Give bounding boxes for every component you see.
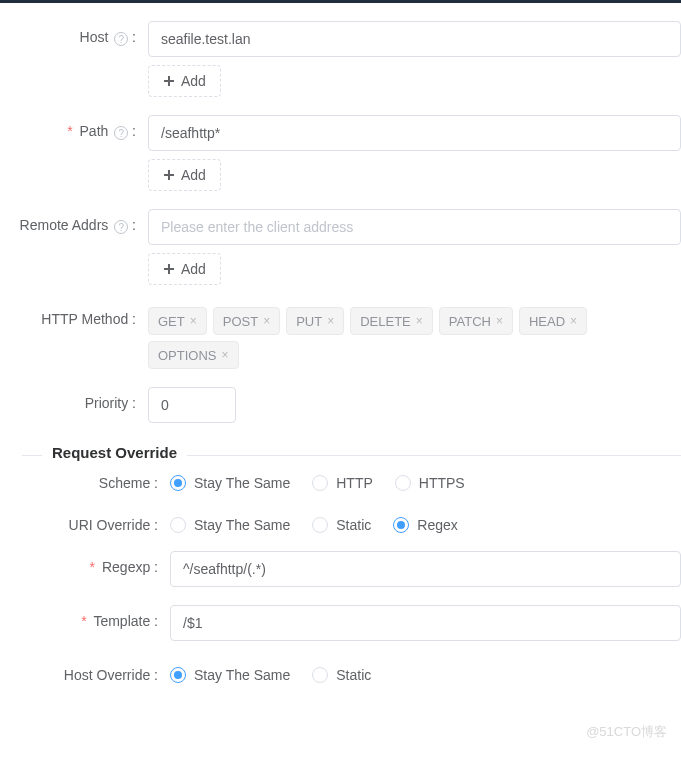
label-text: Scheme: [99, 475, 150, 491]
tag-patch[interactable]: PATCH×: [439, 307, 513, 335]
add-label: Add: [181, 261, 206, 277]
label-regexp: * Regexp :: [22, 551, 170, 575]
label-host-override: Host Override :: [22, 659, 170, 683]
row-priority: Priority :: [0, 387, 681, 423]
label-host: Host ? :: [0, 21, 148, 46]
help-icon[interactable]: ?: [114, 220, 128, 234]
close-icon[interactable]: ×: [222, 348, 229, 362]
control-remote-addrs: Add: [148, 209, 681, 285]
row-host-override: Host Override : Stay The Same Static: [22, 659, 681, 683]
tag-label: PATCH: [449, 314, 491, 329]
row-template: * Template :: [22, 605, 681, 641]
add-label: Add: [181, 167, 206, 183]
tag-get[interactable]: GET×: [148, 307, 207, 335]
tag-label: POST: [223, 314, 258, 329]
tag-label: DELETE: [360, 314, 411, 329]
label-text: Path: [80, 123, 109, 139]
scheme-radio-group: Stay The Same HTTP HTTPS: [170, 467, 681, 491]
label-text: Host: [80, 29, 109, 45]
label-uri-override: URI Override :: [22, 509, 170, 533]
tag-delete[interactable]: DELETE×: [350, 307, 433, 335]
required-mark: *: [67, 123, 72, 139]
add-path-button[interactable]: Add: [148, 159, 221, 191]
plus-icon: [163, 169, 175, 181]
control-priority: [148, 387, 681, 423]
label-path: * Path ? :: [0, 115, 148, 140]
add-remote-addrs-button[interactable]: Add: [148, 253, 221, 285]
required-mark: *: [90, 559, 95, 575]
http-method-tags: GET× POST× PUT× DELETE× PATCH× HEAD× OPT…: [148, 303, 681, 369]
close-icon[interactable]: ×: [327, 314, 334, 328]
radio-uri-same[interactable]: Stay The Same: [170, 517, 290, 533]
label-text: Regexp: [102, 559, 150, 575]
control-regexp: [170, 551, 681, 587]
radio-label: HTTPS: [419, 475, 465, 491]
control-http-method: GET× POST× PUT× DELETE× PATCH× HEAD× OPT…: [148, 303, 681, 369]
radio-label: Static: [336, 667, 371, 683]
radio-label: Static: [336, 517, 371, 533]
label-text: Template: [93, 613, 150, 629]
add-host-button[interactable]: Add: [148, 65, 221, 97]
tag-options[interactable]: OPTIONS×: [148, 341, 239, 369]
host-override-radio-group: Stay The Same Static: [170, 659, 681, 683]
row-scheme: Scheme : Stay The Same HTTP HTTPS: [22, 467, 681, 491]
tag-post[interactable]: POST×: [213, 307, 280, 335]
radio-icon: [393, 517, 409, 533]
row-remote-addrs: Remote Addrs ? : Add: [0, 209, 681, 285]
add-label: Add: [181, 73, 206, 89]
label-text: URI Override: [69, 517, 151, 533]
label-text: Host Override: [64, 667, 150, 683]
close-icon[interactable]: ×: [416, 314, 423, 328]
radio-label: Stay The Same: [194, 475, 290, 491]
close-icon[interactable]: ×: [496, 314, 503, 328]
required-mark: *: [81, 613, 86, 629]
radio-icon: [170, 475, 186, 491]
section-title: Request Override: [42, 444, 187, 461]
plus-icon: [163, 75, 175, 87]
tag-label: GET: [158, 314, 185, 329]
priority-input[interactable]: [148, 387, 236, 423]
radio-uri-static[interactable]: Static: [312, 517, 371, 533]
help-icon[interactable]: ?: [114, 32, 128, 46]
section-request-override: Request Override Scheme : Stay The Same …: [22, 445, 681, 683]
uri-override-radio-group: Stay The Same Static Regex: [170, 509, 681, 533]
close-icon[interactable]: ×: [190, 314, 197, 328]
row-http-method: HTTP Method : GET× POST× PUT× DELETE× PA…: [0, 303, 681, 369]
radio-host-static[interactable]: Static: [312, 667, 371, 683]
radio-icon: [312, 517, 328, 533]
help-icon[interactable]: ?: [114, 126, 128, 140]
radio-icon: [170, 667, 186, 683]
control-template: [170, 605, 681, 641]
close-icon[interactable]: ×: [570, 314, 577, 328]
tag-label: PUT: [296, 314, 322, 329]
radio-scheme-http[interactable]: HTTP: [312, 475, 373, 491]
radio-uri-regex[interactable]: Regex: [393, 517, 457, 533]
remote-addrs-input[interactable]: [148, 209, 681, 245]
radio-scheme-same[interactable]: Stay The Same: [170, 475, 290, 491]
host-input[interactable]: [148, 21, 681, 57]
label-template: * Template :: [22, 605, 170, 629]
path-input[interactable]: [148, 115, 681, 151]
radio-label: Regex: [417, 517, 457, 533]
label-scheme: Scheme :: [22, 467, 170, 491]
template-input[interactable]: [170, 605, 681, 641]
plus-icon: [163, 263, 175, 275]
label-remote-addrs: Remote Addrs ? :: [0, 209, 148, 234]
close-icon[interactable]: ×: [263, 314, 270, 328]
label-http-method: HTTP Method :: [0, 303, 148, 327]
tag-label: HEAD: [529, 314, 565, 329]
control-uri-override: Stay The Same Static Regex: [170, 509, 681, 533]
radio-label: HTTP: [336, 475, 373, 491]
label-text: Remote Addrs: [20, 217, 109, 233]
tag-put[interactable]: PUT×: [286, 307, 344, 335]
radio-icon: [170, 517, 186, 533]
radio-scheme-https[interactable]: HTTPS: [395, 475, 465, 491]
control-host-override: Stay The Same Static: [170, 659, 681, 683]
row-host: Host ? : Add: [0, 21, 681, 97]
regexp-input[interactable]: [170, 551, 681, 587]
radio-host-same[interactable]: Stay The Same: [170, 667, 290, 683]
label-text: Priority: [85, 395, 129, 411]
row-uri-override: URI Override : Stay The Same Static Rege…: [22, 509, 681, 533]
radio-icon: [395, 475, 411, 491]
tag-head[interactable]: HEAD×: [519, 307, 587, 335]
